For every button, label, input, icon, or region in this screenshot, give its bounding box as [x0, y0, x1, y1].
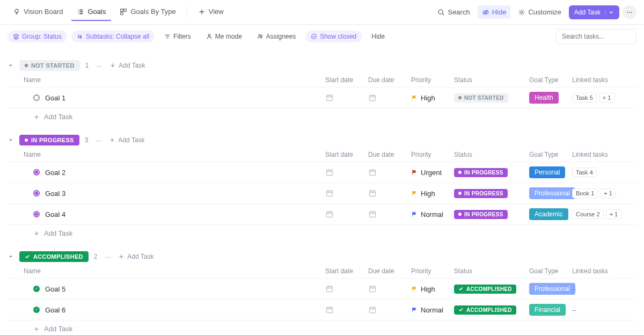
due-date-cell[interactable] — [368, 93, 411, 102]
start-date-cell[interactable] — [325, 93, 368, 102]
subtasks-pill[interactable]: Subtasks: Collapse all — [71, 31, 155, 42]
customize-button[interactable]: Customize — [514, 5, 565, 19]
linked-cell[interactable]: Course 2+ 1 — [572, 209, 636, 219]
col-name[interactable]: Name — [24, 151, 325, 158]
search-tasks-input[interactable] — [556, 29, 636, 44]
status-cell[interactable]: ACCOMPLISHED — [454, 305, 529, 315]
linked-extra[interactable]: + 1 — [599, 93, 615, 103]
group-pill[interactable]: Group: Status — [8, 31, 67, 42]
due-date-cell[interactable] — [368, 168, 411, 177]
tab-add-view[interactable]: View — [193, 3, 229, 21]
col-goal-type[interactable]: Goal Type — [529, 76, 572, 84]
priority-cell[interactable]: High — [411, 94, 454, 102]
col-goal-type[interactable]: Goal Type — [529, 267, 572, 275]
status-badge[interactable]: ACCOMPLISHED — [19, 251, 89, 262]
task-name[interactable]: Goal 5 — [45, 285, 65, 293]
goal-type-cell[interactable]: Professional — [529, 187, 572, 199]
show-closed-pill[interactable]: Show closed — [305, 31, 362, 42]
group-more[interactable]: ··· — [94, 62, 104, 70]
col-status[interactable]: Status — [454, 151, 529, 158]
col-goal-type[interactable]: Goal Type — [529, 151, 572, 158]
status-cell[interactable]: IN PROGRESS — [454, 168, 529, 177]
task-row[interactable]: Goal 5HighACCOMPLISHEDProfessional– — [8, 279, 636, 300]
linked-cell[interactable]: – — [572, 285, 636, 293]
col-start[interactable]: Start date — [325, 151, 368, 158]
status-dot-icon[interactable] — [33, 286, 40, 292]
start-date-cell[interactable] — [325, 189, 368, 198]
goal-type-cell[interactable]: Personal — [529, 166, 572, 178]
chevron-down-icon[interactable] — [8, 137, 14, 143]
col-name[interactable]: Name — [24, 267, 325, 275]
group-add-task[interactable]: Add Task — [109, 62, 145, 69]
col-linked[interactable]: Linked tasks — [572, 151, 636, 158]
tab-vision-board[interactable]: Vision Board — [8, 3, 68, 21]
status-cell[interactable]: IN PROGRESS — [454, 188, 529, 198]
task-name[interactable]: Goal 3 — [45, 190, 65, 198]
add-task-row[interactable]: Add Task — [8, 225, 636, 242]
col-due[interactable]: Due date — [368, 267, 411, 275]
task-row[interactable]: Goal 1HighNOT STARTEDHealthTask 5+ 1 — [8, 88, 636, 108]
group-add-task[interactable]: Add Task — [109, 136, 144, 144]
hide-button[interactable]: Hide — [478, 5, 511, 19]
chevron-down-icon[interactable] — [8, 62, 14, 69]
priority-cell[interactable]: Urgent — [411, 169, 454, 177]
col-start[interactable]: Start date — [325, 267, 368, 275]
task-name[interactable]: Goal 2 — [45, 169, 65, 177]
col-priority[interactable]: Priority — [411, 267, 454, 275]
group-more[interactable]: ··· — [93, 136, 104, 144]
me-mode-pill[interactable]: Me mode — [201, 31, 247, 42]
status-dot-icon[interactable] — [33, 169, 40, 176]
linked-cell[interactable]: Book 1+ 1 — [572, 188, 636, 198]
col-priority[interactable]: Priority — [411, 76, 454, 84]
more-menu[interactable] — [623, 5, 636, 19]
priority-cell[interactable]: High — [411, 190, 454, 198]
col-due[interactable]: Due date — [368, 151, 411, 158]
tab-goals-by-type[interactable]: Goals By Type — [114, 3, 181, 21]
group-add-task[interactable]: Add Task — [118, 253, 153, 260]
col-status[interactable]: Status — [454, 267, 529, 275]
task-row[interactable]: Goal 6NormalACCOMPLISHEDFinancial– — [8, 300, 636, 321]
task-row[interactable]: Goal 3HighIN PROGRESSProfessionalBook 1+… — [8, 183, 636, 204]
linked-tag[interactable]: Course 2 — [572, 209, 604, 219]
linked-extra[interactable]: + 1 — [600, 188, 616, 198]
toolbar-hide[interactable]: Hide — [366, 31, 390, 42]
tab-goals[interactable]: Goals — [71, 3, 111, 21]
add-task-button[interactable]: Add Task — [569, 5, 619, 19]
status-cell[interactable]: IN PROGRESS — [454, 209, 529, 219]
col-due[interactable]: Due date — [368, 76, 411, 84]
status-dot-icon[interactable] — [33, 307, 40, 313]
linked-tag[interactable]: Task 4 — [572, 168, 597, 177]
add-task-row[interactable]: Add Task — [8, 108, 636, 125]
start-date-cell[interactable] — [325, 168, 368, 177]
filters-pill[interactable]: Filters — [159, 31, 196, 42]
task-name[interactable]: Goal 1 — [45, 94, 65, 102]
linked-cell[interactable]: Task 5+ 1 — [572, 93, 636, 103]
status-dot-icon[interactable] — [33, 211, 40, 217]
start-date-cell[interactable] — [325, 210, 368, 219]
status-dot-icon[interactable] — [33, 94, 40, 101]
col-linked[interactable]: Linked tasks — [572, 267, 636, 275]
status-badge[interactable]: NOT STARTED — [19, 60, 80, 71]
priority-cell[interactable]: High — [411, 285, 454, 293]
status-dot-icon[interactable] — [33, 190, 40, 196]
add-task-row[interactable]: Add Task — [8, 321, 636, 335]
task-row[interactable]: Goal 2UrgentIN PROGRESSPersonalTask 4 — [8, 162, 636, 183]
col-start[interactable]: Start date — [325, 76, 368, 84]
linked-tag[interactable]: Task 5 — [572, 93, 597, 103]
chevron-down-icon[interactable] — [8, 253, 14, 260]
group-more[interactable]: ··· — [103, 253, 113, 261]
col-name[interactable]: Name — [24, 76, 325, 84]
chevron-down-icon[interactable] — [605, 10, 614, 15]
linked-cell[interactable]: – — [572, 306, 636, 314]
task-row[interactable]: Goal 4NormalIN PROGRESSAcademicCourse 2+… — [8, 204, 636, 225]
priority-cell[interactable]: Normal — [411, 306, 454, 314]
linked-extra[interactable]: + 1 — [606, 209, 622, 219]
goal-type-cell[interactable]: Academic — [529, 208, 572, 220]
due-date-cell[interactable] — [368, 285, 411, 293]
status-badge[interactable]: IN PROGRESS — [19, 135, 79, 145]
priority-cell[interactable]: Normal — [411, 210, 454, 219]
task-name[interactable]: Goal 6 — [45, 306, 65, 314]
search-button[interactable]: Search — [433, 5, 474, 19]
status-cell[interactable]: ACCOMPLISHED — [454, 285, 529, 294]
task-name[interactable]: Goal 4 — [45, 210, 65, 219]
